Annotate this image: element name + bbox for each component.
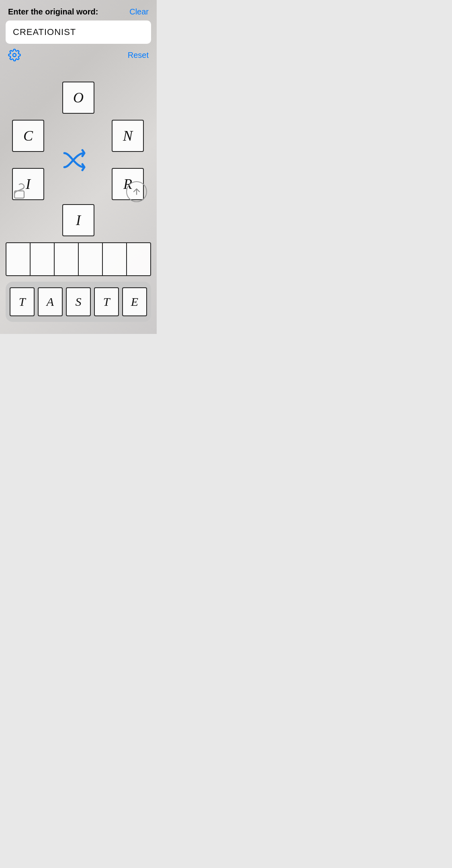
main-content: Enter the original word: Clear Reset O C… bbox=[0, 0, 157, 334]
lock-icon[interactable] bbox=[12, 183, 30, 201]
answer-cell-2[interactable] bbox=[31, 243, 55, 275]
answer-cell-6[interactable] bbox=[127, 243, 150, 275]
answer-cell-5[interactable] bbox=[103, 243, 127, 275]
input-area bbox=[6, 20, 151, 44]
submit-button[interactable] bbox=[126, 181, 147, 202]
gear-icon[interactable] bbox=[8, 49, 21, 61]
shuffle-icon[interactable] bbox=[63, 149, 94, 171]
word-input[interactable] bbox=[13, 27, 144, 37]
suggestion-tile-a[interactable]: A bbox=[38, 287, 63, 316]
controls-row: Reset bbox=[0, 49, 157, 66]
suggestion-tile-t1[interactable]: T bbox=[10, 287, 35, 316]
game-area: O C N I R I bbox=[0, 66, 157, 242]
clear-button[interactable]: Clear bbox=[129, 7, 149, 16]
submit-icon-container[interactable] bbox=[126, 181, 147, 202]
page-title: Enter the original word: bbox=[8, 7, 98, 16]
answer-cell-1[interactable] bbox=[6, 243, 31, 275]
suggestion-tile-s[interactable]: S bbox=[66, 287, 91, 316]
reset-button[interactable]: Reset bbox=[128, 51, 149, 60]
suggestion-tile-t2[interactable]: T bbox=[94, 287, 119, 316]
answer-cell-3[interactable] bbox=[55, 243, 79, 275]
header: Enter the original word: Clear bbox=[0, 0, 157, 20]
tile-i2[interactable]: I bbox=[62, 204, 94, 236]
tile-n[interactable]: N bbox=[112, 120, 144, 152]
arrow-up-icon bbox=[132, 187, 141, 197]
tile-c[interactable]: C bbox=[12, 120, 44, 152]
answer-cell-4[interactable] bbox=[79, 243, 103, 275]
svg-point-0 bbox=[13, 53, 16, 57]
suggestion-tile-e[interactable]: E bbox=[122, 287, 147, 316]
answer-row[interactable] bbox=[6, 242, 151, 276]
lock-icon-container[interactable] bbox=[12, 183, 30, 202]
suggestion-bar: T A S T E bbox=[6, 282, 151, 322]
tile-o[interactable]: O bbox=[62, 82, 94, 114]
